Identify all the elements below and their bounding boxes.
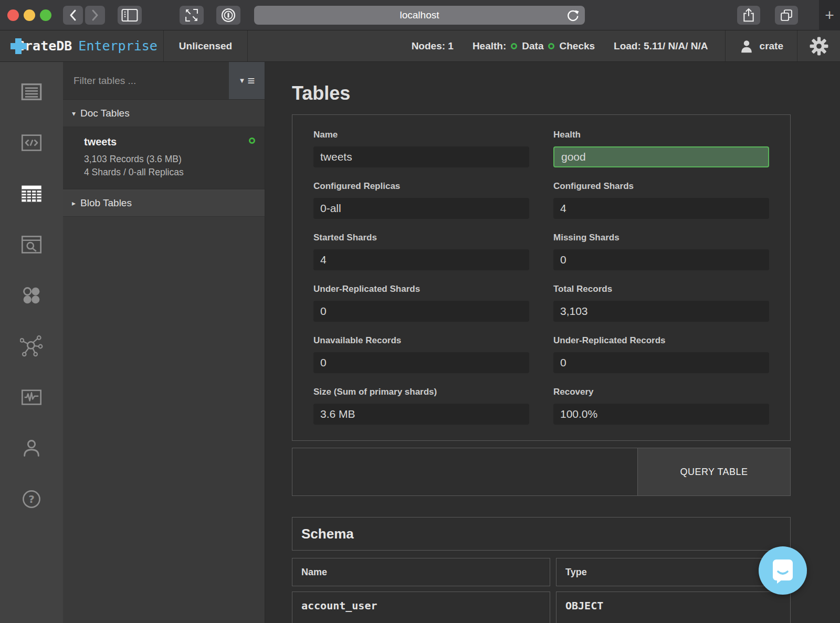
health-checks-label[interactable]: Checks bbox=[559, 40, 595, 52]
field-configured-replicas-value[interactable]: 0-all bbox=[313, 198, 529, 219]
table-health-ok-icon bbox=[249, 138, 255, 144]
nodes-count: Nodes: 1 bbox=[412, 40, 454, 52]
help-icon: ? bbox=[21, 489, 42, 510]
filter-options-button[interactable]: ▼ ≡ bbox=[229, 62, 265, 99]
doc-tables-section-header[interactable]: ▾ Doc Tables bbox=[63, 100, 265, 127]
query-bar-spacer bbox=[292, 448, 637, 495]
reload-icon[interactable] bbox=[566, 8, 580, 22]
field-missing-shards-value[interactable]: 0 bbox=[553, 249, 769, 270]
caret-down-icon: ▼ bbox=[239, 77, 246, 85]
field-started-shards-value[interactable]: 4 bbox=[313, 249, 529, 270]
field-under-replicated-records: Under-Replicated Records 0 bbox=[553, 335, 769, 373]
field-missing-shards: Missing Shards 0 bbox=[553, 233, 769, 270]
nav-user[interactable] bbox=[0, 423, 63, 473]
chat-widget-button[interactable] bbox=[759, 546, 807, 595]
nav-overview[interactable] bbox=[0, 66, 63, 117]
field-size-value[interactable]: 3.6 MB bbox=[313, 404, 529, 425]
monitoring-pulse-icon bbox=[20, 387, 43, 407]
table-list-item-tweets[interactable]: tweets 3,103 Records (3.6 MB) 4 Shards /… bbox=[63, 127, 265, 189]
circles-grid-icon bbox=[21, 285, 42, 306]
doc-tables-label: Doc Tables bbox=[80, 108, 130, 119]
nav-browse[interactable] bbox=[0, 219, 63, 270]
nav-cluster[interactable] bbox=[0, 321, 63, 372]
console-icon bbox=[20, 133, 43, 152]
tables-icon bbox=[20, 184, 43, 204]
query-table-button[interactable]: QUERY TABLE bbox=[637, 448, 790, 495]
overview-icon bbox=[20, 82, 43, 102]
back-button[interactable] bbox=[63, 6, 83, 25]
sidebar-toggle-button[interactable] bbox=[118, 6, 142, 25]
brand-edition: Enterprise bbox=[78, 38, 158, 54]
field-recovery-value[interactable]: 100.0% bbox=[553, 404, 769, 425]
close-window-button[interactable] bbox=[7, 9, 19, 21]
schema-cell-type: OBJECT bbox=[556, 592, 791, 623]
main-content: Tables Name tweets Health good Configure… bbox=[265, 62, 840, 623]
field-name-value[interactable]: tweets bbox=[313, 146, 529, 167]
schema-data-row: account_user OBJECT bbox=[292, 592, 791, 623]
page-title: Tables bbox=[292, 84, 791, 114]
filter-placeholder: Filter tables ... bbox=[74, 75, 136, 87]
user-menu[interactable]: crate bbox=[725, 30, 797, 61]
share-icon bbox=[742, 7, 755, 23]
username: crate bbox=[760, 40, 783, 52]
zoom-window-button[interactable] bbox=[40, 9, 51, 21]
tabs-icon bbox=[779, 8, 794, 23]
schema-col-name: Name bbox=[292, 558, 550, 586]
health-data-label[interactable]: Data bbox=[522, 40, 543, 52]
url-text: localhost bbox=[400, 9, 439, 21]
schema-section: Schema Name Type account_user OBJECT bbox=[292, 517, 791, 623]
nav-plugins[interactable] bbox=[0, 270, 63, 321]
field-name: Name tweets bbox=[313, 130, 529, 167]
field-configured-shards: Configured Shards 4 bbox=[553, 181, 769, 219]
extension-button[interactable] bbox=[216, 6, 240, 25]
minimize-window-button[interactable] bbox=[24, 9, 35, 21]
fullscreen-button[interactable] bbox=[180, 6, 204, 25]
field-under-replicated-shards: Under-Replicated Shards 0 bbox=[313, 284, 529, 322]
nav-tables[interactable] bbox=[0, 168, 63, 219]
table-shards: 4 Shards / 0-all Replicas bbox=[84, 166, 254, 179]
gear-icon bbox=[809, 36, 829, 56]
table-records: 3,103 Records (3.6 MB) bbox=[84, 153, 254, 166]
field-unavailable-records-value[interactable]: 0 bbox=[313, 352, 529, 373]
concentric-circles-icon bbox=[220, 7, 236, 23]
query-bar: QUERY TABLE bbox=[292, 448, 791, 496]
address-bar[interactable]: localhost bbox=[254, 6, 585, 25]
blob-tables-label: Blob Tables bbox=[80, 197, 132, 209]
field-total-records: Total Records 3,103 bbox=[553, 284, 769, 322]
nav-console[interactable] bbox=[0, 117, 63, 168]
caret-down-icon: ▾ bbox=[72, 109, 76, 118]
health-status: Health: Data Checks bbox=[472, 40, 595, 52]
brand[interactable]: CrateDB Enterprise bbox=[0, 30, 164, 61]
new-tab-button[interactable]: + bbox=[819, 0, 840, 30]
nav-rail: ? bbox=[0, 62, 63, 623]
settings-button[interactable] bbox=[797, 30, 840, 61]
field-unavailable-records: Unavailable Records 0 bbox=[313, 335, 529, 373]
app-header: CrateDB Enterprise Unlicensed Nodes: 1 H… bbox=[0, 30, 840, 62]
nav-monitoring[interactable] bbox=[0, 372, 63, 423]
browse-search-icon bbox=[20, 235, 43, 255]
tabs-overview-button[interactable] bbox=[775, 6, 798, 25]
share-button[interactable] bbox=[737, 6, 760, 25]
window-controls bbox=[7, 9, 51, 21]
nav-help[interactable]: ? bbox=[0, 473, 63, 524]
chevron-right-icon bbox=[90, 8, 100, 22]
field-under-replicated-shards-value[interactable]: 0 bbox=[313, 301, 529, 322]
filter-tables-input[interactable]: Filter tables ... bbox=[63, 62, 229, 99]
table-list-panel: Filter tables ... ▼ ≡ ▾ Doc Tables tweet… bbox=[63, 62, 265, 623]
schema-title: Schema bbox=[292, 517, 791, 551]
person-icon bbox=[739, 39, 754, 54]
checks-health-ok-icon bbox=[548, 43, 554, 49]
field-recovery: Recovery 100.0% bbox=[553, 387, 769, 425]
svg-text:?: ? bbox=[28, 493, 35, 505]
field-health-value[interactable]: good bbox=[553, 146, 769, 167]
schema-cell-name: account_user bbox=[292, 592, 550, 623]
field-total-records-value[interactable]: 3,103 bbox=[553, 301, 769, 322]
field-health: Health good bbox=[553, 130, 769, 167]
field-configured-shards-value[interactable]: 4 bbox=[553, 198, 769, 219]
blob-tables-section-header[interactable]: ▸ Blob Tables bbox=[63, 189, 265, 217]
cluster-stats: Nodes: 1 Health: Data Checks Load: 5.11/… bbox=[248, 30, 725, 61]
browser-chrome: localhost bbox=[0, 0, 840, 30]
caret-right-icon: ▸ bbox=[72, 199, 76, 207]
forward-button[interactable] bbox=[85, 6, 105, 25]
field-under-replicated-records-value[interactable]: 0 bbox=[553, 352, 769, 373]
